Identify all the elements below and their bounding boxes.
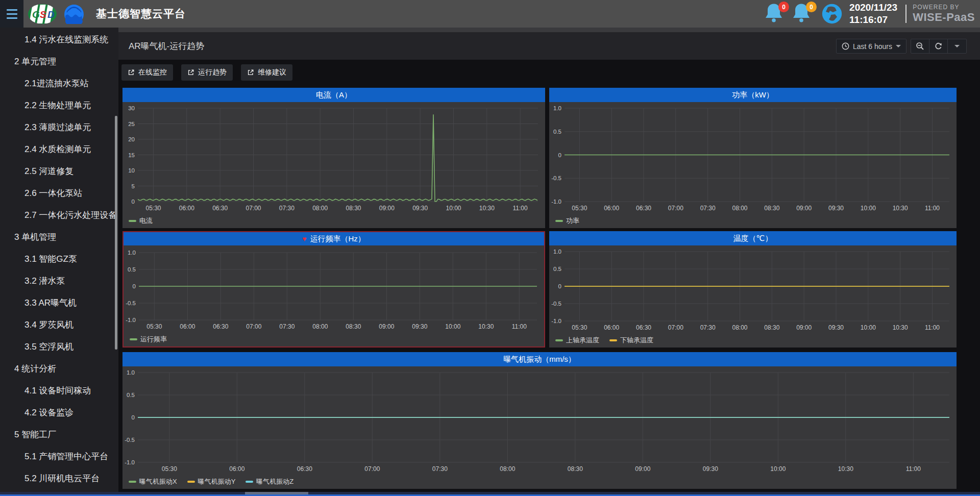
sidebar-item[interactable]: 5 智能工厂 xyxy=(0,424,118,445)
svg-text:07:00: 07:00 xyxy=(246,205,261,212)
svg-text:15: 15 xyxy=(128,152,135,158)
legend-item[interactable]: 功率 xyxy=(555,216,579,226)
chart-canvas-vibration[interactable]: 1.00.50-0.5-1.005:3006:0006:3007:0007:30… xyxy=(122,366,957,489)
legend-label: 功率 xyxy=(566,216,579,226)
svg-text:0: 0 xyxy=(132,199,135,205)
sidebar-item[interactable]: 4 统计分析 xyxy=(0,358,118,380)
time-range-picker[interactable]: Last 6 hours xyxy=(836,39,906,54)
sidebar-item[interactable]: 4.2 设备监诊 xyxy=(0,402,118,424)
svg-text:05:30: 05:30 xyxy=(572,205,587,212)
chart-canvas-temperature[interactable]: 1.00.50-0.5-1.005:3006:0006:3007:0007:30… xyxy=(549,245,957,348)
svg-text:1.0: 1.0 xyxy=(553,105,561,111)
sidebar-item[interactable]: 2.4 水质检测单元 xyxy=(0,138,118,160)
svg-text:08:00: 08:00 xyxy=(732,205,747,212)
svg-text:0: 0 xyxy=(133,283,136,289)
legend-label: 曝气机振动X xyxy=(139,477,177,486)
svg-text:09:00: 09:00 xyxy=(379,205,395,212)
svg-text:10:00: 10:00 xyxy=(770,465,786,473)
sidebar-item[interactable]: 3.1 智能GZ泵 xyxy=(0,248,118,270)
svg-text:06:00: 06:00 xyxy=(604,205,619,212)
alarm-bell-2[interactable]: 0 xyxy=(792,3,815,25)
svg-text:09:00: 09:00 xyxy=(635,465,650,473)
svg-text:-1.0: -1.0 xyxy=(551,199,561,205)
panel-header-temperature[interactable]: 温度（℃） xyxy=(549,231,957,245)
sidebar-item[interactable]: 2.3 薄膜过滤单元 xyxy=(0,116,118,138)
sidebar-item[interactable]: 3.2 潜水泵 xyxy=(0,270,118,292)
globe-icon[interactable] xyxy=(822,4,842,24)
sidebar-item[interactable]: 3 单机管理 xyxy=(0,226,118,248)
panel-header-current[interactable]: 电流（A） xyxy=(122,88,545,102)
legend-item[interactable]: 曝气机振动Z xyxy=(246,477,293,486)
chart-legend: 运行频率 xyxy=(130,335,167,344)
sidebar-item[interactable]: 5.2 川研机电云平台 xyxy=(0,467,118,489)
sidebar-item[interactable]: 3.4 罗茨风机 xyxy=(0,314,118,336)
panel-header-vibration[interactable]: 曝气机振动（mm/s） xyxy=(122,352,957,366)
chart-canvas-power[interactable]: 1.00.50-0.5-1.005:3006:0006:3007:0007:30… xyxy=(549,102,957,228)
toolbar-button-run-trend[interactable]: 运行趋势 xyxy=(181,64,233,81)
app-title: 基士德智慧云平台 xyxy=(96,0,186,28)
powered-by-label: POWERED BY xyxy=(913,4,975,11)
svg-text:08:30: 08:30 xyxy=(764,324,779,331)
dashboard-title[interactable]: AR曝气机-运行趋势 xyxy=(129,32,204,60)
svg-text:10:00: 10:00 xyxy=(861,205,876,212)
sidebar-item[interactable]: 2.6 一体化泵站 xyxy=(0,182,118,204)
legend-item[interactable]: 曝气机振动X xyxy=(129,477,177,486)
svg-text:06:00: 06:00 xyxy=(604,324,619,331)
sidebar-item[interactable]: 4.1 设备时间稼动 xyxy=(0,380,118,402)
svg-text:-1.0: -1.0 xyxy=(551,318,561,324)
caret-down-icon xyxy=(896,45,901,47)
svg-text:0: 0 xyxy=(558,152,561,158)
sidebar-item[interactable]: 2.5 河道修复 xyxy=(0,160,118,182)
toolbar-button-repair-advice[interactable]: 维修建议 xyxy=(241,64,292,81)
svg-text:06:30: 06:30 xyxy=(212,205,228,212)
svg-text:5: 5 xyxy=(132,183,135,189)
svg-text:07:30: 07:30 xyxy=(700,324,716,331)
svg-text:11:00: 11:00 xyxy=(906,465,921,473)
gsd-logo: G S D xyxy=(28,4,57,24)
sidebar-item[interactable]: 1.4 污水在线监测系统 xyxy=(0,29,118,51)
sidebar-item[interactable]: 5.1 产销管理中心平台 xyxy=(0,445,118,467)
page: G S D 基士德智慧云平台 0 xyxy=(0,0,980,496)
svg-text:05:30: 05:30 xyxy=(145,205,161,212)
sidebar-item[interactable]: 2 单元管理 xyxy=(0,51,118,72)
sidebar-item[interactable]: 2.7 一体化污水处理设备 xyxy=(0,204,118,226)
legend-label: 下轴承温度 xyxy=(620,336,653,345)
svg-text:0.5: 0.5 xyxy=(128,266,136,272)
panel-header-power[interactable]: 功率（kW） xyxy=(549,88,957,102)
svg-text:-1.0: -1.0 xyxy=(125,459,135,465)
more-options-button[interactable] xyxy=(948,39,966,53)
refresh-button[interactable] xyxy=(929,39,948,53)
alarm-bell-1[interactable]: 0 xyxy=(765,3,787,25)
wave-logo xyxy=(64,5,84,24)
chart-canvas-current[interactable]: 30252015105005:3006:0006:3007:0007:3008:… xyxy=(122,102,545,228)
svg-text:11:00: 11:00 xyxy=(512,323,527,330)
panel-header-frequency[interactable]: ♥运行频率（Hz） xyxy=(124,232,544,245)
chart-panel-current: 电流（A）30252015105005:3006:0006:3007:0007:… xyxy=(122,88,545,228)
legend-item[interactable]: 曝气机振动Y xyxy=(187,477,236,486)
legend-item[interactable]: 电流 xyxy=(129,216,153,226)
svg-text:-0.5: -0.5 xyxy=(551,175,561,181)
sidebar-item[interactable]: 2.2 生物处理单元 xyxy=(0,94,118,116)
menu-toggle-icon[interactable] xyxy=(0,0,23,28)
sidebar-item[interactable]: 3.5 空浮风机 xyxy=(0,336,118,358)
zoom-out-button[interactable] xyxy=(911,39,929,53)
svg-text:D: D xyxy=(47,9,55,20)
sidebar-item[interactable]: 3.3 AR曝气机 xyxy=(0,292,118,314)
panel-title: 电流（A） xyxy=(316,90,352,100)
time-label: 11:16:07 xyxy=(849,14,897,26)
sidebar-scrollbar[interactable] xyxy=(115,116,117,350)
sidebar-item[interactable]: 2.1进流抽水泵站 xyxy=(0,72,118,94)
dashboard-toolbar: 在线监控运行趋势维修建议 xyxy=(121,64,292,81)
color-swatch xyxy=(187,481,195,483)
legend-item[interactable]: 上轴承温度 xyxy=(555,336,599,345)
svg-text:10:30: 10:30 xyxy=(893,324,908,331)
legend-item[interactable]: 下轴承温度 xyxy=(609,336,653,345)
toolbar-button-online-monitor[interactable]: 在线监控 xyxy=(121,64,173,81)
svg-text:25: 25 xyxy=(128,121,135,127)
svg-text:11:00: 11:00 xyxy=(925,324,940,331)
legend-item[interactable]: 运行频率 xyxy=(130,335,167,344)
chart-canvas-frequency[interactable]: 1.00.50-0.5-1.005:3006:0006:3007:0007:30… xyxy=(124,246,544,346)
svg-text:06:30: 06:30 xyxy=(636,324,651,331)
svg-text:11:00: 11:00 xyxy=(513,205,528,212)
svg-text:0.5: 0.5 xyxy=(553,266,561,272)
